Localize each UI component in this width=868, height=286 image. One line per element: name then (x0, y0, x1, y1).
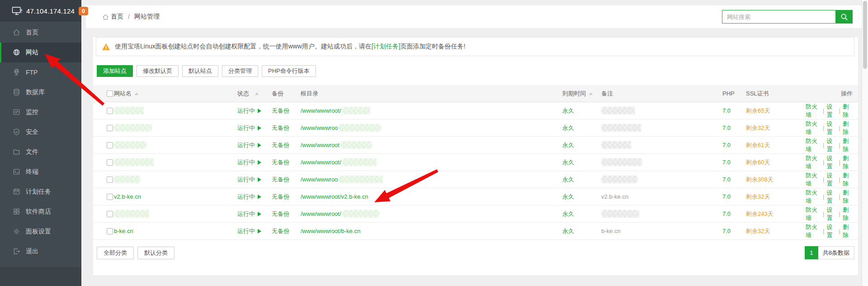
sidebar-item-config[interactable]: 面板设置 (0, 222, 81, 242)
action-delete[interactable]: 删除 (843, 206, 853, 222)
all-categories-button[interactable]: 全部分类 (97, 247, 134, 259)
action-firewall[interactable]: 防火墙 (806, 172, 821, 188)
site-name[interactable] (114, 124, 237, 132)
site-root-path[interactable]: /www/wwwroot/ (301, 158, 562, 166)
site-remark[interactable] (601, 141, 722, 149)
action-settings[interactable]: 设置 (826, 137, 836, 153)
search-button[interactable] (835, 10, 853, 24)
breadcrumb-home[interactable]: 首页 (111, 13, 123, 21)
site-remark[interactable]: v2.b-ke.cn (601, 193, 722, 200)
action-firewall[interactable]: 防火墙 (806, 120, 821, 136)
site-status[interactable]: 运行中 (237, 193, 272, 201)
action-delete[interactable]: 删除 (843, 223, 853, 239)
sort-caret-icon[interactable] (255, 92, 259, 95)
row-checkbox[interactable] (107, 194, 113, 200)
site-ssl-cert[interactable]: 剩余32天 (746, 227, 806, 235)
sidebar-item-ftp[interactable]: FTP (0, 62, 81, 82)
sidebar-item-home[interactable]: 首页 (0, 23, 81, 43)
action-firewall[interactable]: 防火墙 (806, 137, 821, 153)
row-checkbox[interactable] (107, 142, 113, 148)
add-site-button[interactable]: 添加站点 (97, 65, 133, 77)
site-remark[interactable]: b-ke.cn (601, 228, 722, 234)
row-checkbox[interactable] (107, 176, 113, 183)
action-settings[interactable]: 设置 (826, 206, 836, 222)
sidebar-item-database[interactable]: 数据库 (0, 82, 81, 102)
search-input[interactable] (722, 10, 835, 24)
sidebar-item-files[interactable]: 文件 (0, 142, 81, 162)
action-settings[interactable]: 设置 (826, 172, 836, 188)
page-scrollbar[interactable] (862, 0, 868, 286)
site-root-path[interactable]: /www/wwwroot/ (301, 210, 562, 218)
site-ssl-cert[interactable]: 剩余65天 (746, 107, 806, 115)
site-root-path[interactable]: /www/wwwroot/b-ke.cn (301, 228, 562, 234)
action-settings[interactable]: 设置 (826, 103, 836, 119)
sidebar-item-terminal[interactable]: 终端 (0, 162, 81, 182)
site-remark[interactable] (601, 107, 722, 114)
site-root-path[interactable]: /www/wwwroot (301, 141, 562, 149)
site-ssl-cert[interactable]: 剩余308天 (746, 176, 806, 184)
site-root-path[interactable]: /www/wwwroo (301, 124, 562, 132)
sort-caret-icon[interactable] (135, 92, 138, 95)
sidebar-item-soft[interactable]: 软件商店 (0, 202, 81, 222)
site-status[interactable]: 运行中 (237, 124, 272, 132)
php-cli-button[interactable]: PHP命令行版本 (262, 65, 316, 77)
site-ssl-cert[interactable]: 剩余243天 (746, 210, 806, 218)
default-site-button[interactable]: 默认站点 (182, 65, 218, 77)
action-settings[interactable]: 设置 (826, 154, 836, 171)
action-delete[interactable]: 删除 (843, 154, 853, 171)
sidebar-item-cron[interactable]: 计划任务 (0, 182, 81, 202)
site-status[interactable]: 运行中 (237, 176, 272, 184)
select-all-checkbox[interactable] (107, 91, 113, 97)
cron-page-link[interactable]: [计划任务] (372, 43, 401, 50)
site-ssl-cert[interactable]: 剩余32天 (746, 193, 806, 201)
site-backup[interactable]: 无备份 (272, 141, 301, 149)
category-mgmt-button[interactable]: 分类管理 (222, 65, 258, 77)
site-ssl-cert[interactable]: 剩余61天 (746, 141, 806, 149)
row-checkbox[interactable] (107, 211, 113, 217)
sidebar-item-monitor[interactable]: 监控 (0, 102, 81, 122)
site-backup[interactable]: 无备份 (272, 227, 301, 235)
edit-default-button[interactable]: 修改默认页 (137, 65, 179, 77)
column-header-name[interactable]: 网站名 (114, 90, 237, 98)
site-name[interactable] (114, 210, 237, 218)
scrollbar-thumb[interactable] (863, 1, 867, 69)
action-delete[interactable]: 删除 (843, 189, 853, 205)
column-header-expire[interactable]: 到期时间 (562, 90, 601, 98)
site-name[interactable] (114, 141, 237, 149)
site-backup[interactable]: 无备份 (272, 107, 301, 115)
site-status[interactable]: 运行中 (237, 227, 272, 235)
action-delete[interactable]: 删除 (843, 120, 853, 136)
default-category-button[interactable]: 默认分类 (137, 247, 175, 259)
site-root-path[interactable]: /www/wwwroot/ (301, 107, 562, 114)
site-status[interactable]: 运行中 (237, 141, 272, 149)
site-remark[interactable] (601, 210, 722, 218)
action-delete[interactable]: 删除 (843, 103, 853, 119)
site-status[interactable]: 运行中 (237, 158, 272, 167)
row-checkbox[interactable] (107, 228, 113, 234)
action-firewall[interactable]: 防火墙 (806, 206, 821, 222)
site-name[interactable] (114, 176, 237, 183)
site-name[interactable] (114, 107, 237, 114)
sidebar-item-logout[interactable]: 退出 (0, 242, 81, 262)
site-name[interactable]: b-ke.cn (114, 228, 237, 234)
sort-caret-icon[interactable] (589, 92, 593, 95)
site-ssl-cert[interactable]: 剩余60天 (746, 158, 806, 167)
site-ssl-cert[interactable]: 剩余32天 (746, 124, 806, 132)
action-firewall[interactable]: 防火墙 (806, 189, 821, 205)
message-count-badge[interactable]: 0 (79, 7, 88, 15)
action-settings[interactable]: 设置 (826, 120, 836, 136)
site-backup[interactable]: 无备份 (272, 210, 301, 218)
site-backup[interactable]: 无备份 (272, 193, 301, 201)
action-firewall[interactable]: 防火墙 (806, 154, 821, 171)
action-delete[interactable]: 删除 (843, 137, 853, 153)
sidebar-item-security[interactable]: 安全 (0, 122, 81, 142)
site-name[interactable] (114, 158, 237, 166)
site-backup[interactable]: 无备份 (272, 176, 301, 184)
site-remark[interactable] (601, 176, 722, 183)
site-backup[interactable]: 无备份 (272, 158, 301, 167)
page-1-button[interactable]: 1 (805, 246, 818, 259)
action-firewall[interactable]: 防火墙 (806, 223, 821, 239)
action-firewall[interactable]: 防火墙 (806, 103, 821, 119)
site-name[interactable]: v2.b-ke.cn (114, 193, 237, 200)
action-settings[interactable]: 设置 (826, 223, 836, 239)
